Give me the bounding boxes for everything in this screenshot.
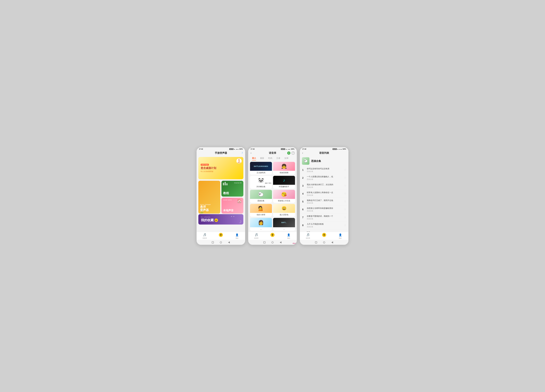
card-local-voice[interactable]: 🏠 Local voice 本地声音 — [221, 198, 243, 214]
nav-bar-2: ‹ 语音库 ★ ? — [248, 150, 297, 156]
voice-label-1: 正太妹吃鸡 — [250, 171, 272, 175]
voice-card-8[interactable]: 😄 ding! 损人语音包 — [273, 204, 295, 217]
course-bars — [223, 182, 228, 185]
bottom-nav-profile-2[interactable]: 👤 我的 — [281, 233, 297, 239]
mic-icon-3: 🎙 — [322, 233, 326, 237]
bottom-nav-profile[interactable]: 👤 我的 — [229, 233, 245, 239]
tab-king[interactable]: 王者 — [274, 156, 282, 161]
tab-chicken[interactable]: 吃鸡 — [266, 156, 274, 161]
voice-card-2[interactable]: 👧 软妹贺假期 — [273, 162, 295, 175]
ci-btn-2[interactable] — [271, 241, 274, 244]
item-name-9: test — [307, 231, 344, 232]
ci-btn-3[interactable] — [323, 241, 326, 244]
list-item-6[interactable]: 6 你把老公当将军你就是穆桂英你 恶搞合集 ♡ — [301, 206, 347, 214]
voice-card-6[interactable]: 😘 软妹恼人大礼包 — [273, 190, 295, 203]
tab-goddess[interactable]: 女神 — [282, 156, 290, 161]
voice-label-7: 你好小帅哥 — [250, 213, 272, 217]
list-item-4[interactable]: 4 经常有人说我本人和身份证一点 恶搞合集 ♡ — [301, 190, 347, 198]
voice-card-10[interactable]: BATT... ... — [273, 218, 295, 231]
sq-btn-2[interactable] — [263, 241, 266, 244]
tab-newest[interactable]: 最新 — [258, 156, 266, 161]
voice-card-9[interactable]: 👩 ... — [250, 218, 272, 231]
status-icons-1: VoLTE ▲ ▲▲ 100% — [229, 148, 243, 150]
voice-label-6: 软妹恼人大礼包 — [273, 199, 295, 203]
voice-card-5[interactable]: 🐑 恶搞合集 — [250, 190, 272, 203]
voice-card-3[interactable]: 🐼 像极了爱情 2019梗合集 — [250, 176, 272, 189]
bottom-nav-profile-3[interactable]: 👤 我的 — [332, 233, 348, 239]
heart-icon-4[interactable]: ♡ — [344, 192, 346, 195]
volte-badge-3: VoLTE — [333, 148, 337, 150]
course-title: 教程 — [223, 191, 242, 195]
bottom-nav-lib-2[interactable]: 🎵 语音库 — [248, 233, 264, 239]
star-icon[interactable]: ★ — [287, 151, 290, 155]
card-voice-changer[interactable]: 🍃 Voice Changer 悬浮变声器 — [198, 181, 220, 214]
wifi-icon-3: ▲ — [337, 148, 339, 150]
tr-btn-3[interactable] — [331, 241, 334, 244]
home-circle-btn[interactable] — [219, 241, 222, 244]
house-icon: 🏠 — [237, 199, 242, 203]
sq-btn-3[interactable] — [315, 241, 317, 244]
item-name-8: 儿子儿子我是你爸爸 — [307, 223, 344, 225]
android-nav-2 — [248, 240, 297, 245]
item-num-1: 1 — [302, 169, 305, 171]
voice-label-2: 软妹贺假期 — [273, 171, 295, 175]
list-item-2[interactable]: 2 一个人想通过装去欺骗他人，也 恶搞合集 ♡ — [301, 174, 347, 182]
voice-card-7[interactable]: 💁 你好小帅哥 — [250, 204, 272, 217]
banner-main[interactable]: NICE Topic 意念减脂计划 吃土女孩减脂图鉴 砍我热议 — [198, 157, 243, 179]
item-sub-7: 恶搞合集 — [307, 218, 344, 220]
share-icon[interactable]: ⤴ — [242, 152, 243, 154]
back-button-2[interactable]: ‹ — [251, 151, 251, 155]
list-item-5[interactable]: 5 我再也不打王者了，我骂不过他 恶搞合集 ♡ — [301, 198, 347, 206]
tr-btn-2[interactable] — [279, 241, 282, 244]
voice-img-8: 😄 ding! — [273, 204, 295, 213]
heart-icon-2[interactable]: ♡ — [344, 176, 346, 179]
voice-img-1: BATTLEGROUNDS — [250, 162, 272, 171]
bottom-nav-mic-3[interactable]: 🎙 — [316, 233, 332, 239]
card-course[interactable]: Course Hi 教程 — [221, 181, 243, 197]
bottom-nav-mic-2[interactable]: 🎙 — [264, 233, 281, 239]
help-icon[interactable]: ? — [291, 151, 295, 155]
voice-card-4[interactable]: ♪ 抖音趣味段子 — [273, 176, 295, 189]
home-square-btn[interactable] — [211, 241, 214, 244]
status-bar-2: 17:42 VoLTE ▲ ▲▲ 100% — [248, 147, 297, 150]
android-nav-3 — [300, 240, 348, 245]
time-3: 17:42 — [302, 148, 306, 150]
heart-icon-8[interactable]: ♡ — [344, 224, 346, 227]
bottom-nav-lib-3[interactable]: 🎵 语音库 — [300, 233, 316, 239]
lib-label-3: 语音库 — [306, 237, 310, 239]
voice-card-1[interactable]: BATTLEGROUNDS 正太妹吃鸡 — [250, 162, 272, 175]
signal-icon: ▲▲ — [236, 148, 239, 150]
voice-label-3: 2019梗合集 — [250, 185, 272, 189]
voice-label-8: 损人语音包 — [273, 213, 295, 217]
list-item-8[interactable]: 8 儿子儿子我是你爸爸 恶搞合集 ♡ — [301, 222, 347, 229]
voice-img-7: 💁 — [250, 204, 272, 213]
heart-icon-6[interactable]: ♡ — [344, 208, 346, 211]
list-item-9[interactable]: 9 test 亚搞合集 ♡ — [301, 229, 347, 232]
list-header: 🐑 恶搞合集 — [300, 156, 348, 166]
list-item-1[interactable]: 1 你可以没有车你可以没有房 恶搞合集 ♡ — [301, 166, 347, 174]
cards-grid: 🍃 Voice Changer 悬浮变声器 Course Hi 教程 🏠 Loc… — [198, 181, 243, 214]
nav-bar-1: 手游变声器 ⤴ — [197, 150, 245, 156]
screen1-title: 手游变声器 — [215, 151, 227, 155]
item-info-2: 一个人想通过装去欺骗他人，也 恶搞合集 — [307, 175, 344, 181]
list-item-7[interactable]: 7 你要是不娶我的话，我就找一个 恶搞合集 ♡ — [301, 214, 347, 222]
bottom-nav-library[interactable]: 🎵 语音库 — [197, 233, 213, 239]
mic-icon-2: 🎙 — [271, 233, 274, 237]
stars-deco: ✦ ✦ — [231, 215, 235, 218]
nav-bar-3: ‹ 语音列表 — [300, 150, 348, 156]
nav-right-actions: ★ ? — [287, 151, 295, 155]
heart-icon-3[interactable]: ♡ — [344, 184, 346, 187]
heart-icon-1[interactable]: ♡ — [344, 169, 346, 171]
heart-icon-7[interactable]: ♡ — [344, 216, 346, 219]
tab-hottest[interactable]: 最火 — [250, 156, 258, 161]
item-info-8: 儿子儿子我是你爸爸 恶搞合集 — [307, 223, 344, 228]
bottom-nav-mic[interactable]: 🎙 — [213, 233, 229, 239]
heart-icon-5[interactable]: ♡ — [344, 200, 346, 203]
play-button[interactable]: ▶ — [215, 218, 218, 222]
voice-changer-label: Voice Changer — [200, 204, 218, 205]
list-item-3[interactable]: 3 我从15岁就出来打工，从以前的 恶搞合集 ♡ — [301, 182, 347, 190]
collection-title: 我的收藏 ▶ — [201, 218, 218, 222]
back-button-3[interactable]: ‹ — [302, 151, 303, 155]
banner-collection[interactable]: My collection 我的收藏 ▶ ✦ ✦ ♪ — [198, 214, 243, 224]
back-triangle-btn[interactable] — [228, 241, 230, 244]
